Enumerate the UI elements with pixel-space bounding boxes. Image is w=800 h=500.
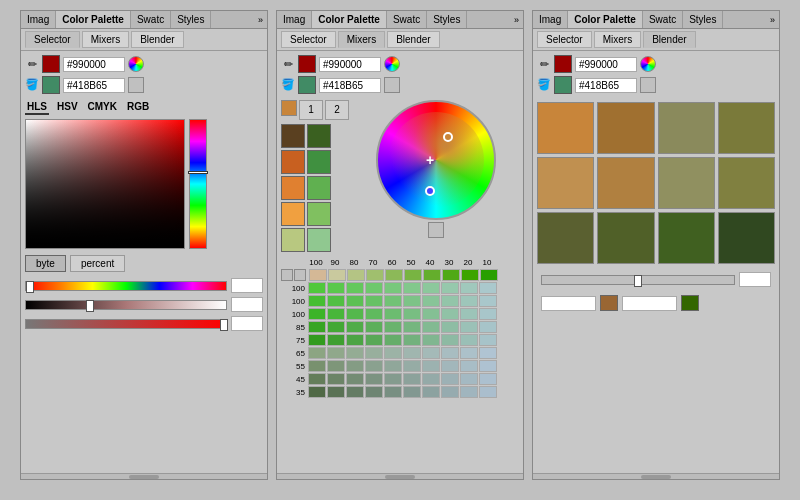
swatch-4[interactable] — [537, 157, 594, 209]
ct-cell-4-8[interactable] — [460, 334, 478, 346]
swatch-3[interactable] — [718, 102, 775, 154]
color-wheel-btn-2[interactable] — [384, 56, 400, 72]
tab-styles-3[interactable]: Styles — [683, 11, 723, 28]
subtab-mixers-2[interactable]: Mixers — [338, 31, 385, 48]
ct-cell-7-3[interactable] — [365, 373, 383, 385]
percent-btn[interactable]: percent — [70, 255, 125, 272]
ct-icon2[interactable] — [294, 269, 306, 281]
ct-cell-0-0[interactable] — [308, 282, 326, 294]
hex-input-3a[interactable] — [575, 57, 637, 72]
ct-cell-5-0[interactable] — [308, 347, 326, 359]
swatch-fg-3[interactable] — [554, 55, 572, 73]
ct-cell-0-8[interactable] — [460, 282, 478, 294]
ct-cell-7-9[interactable] — [479, 373, 497, 385]
ct-cell-4-4[interactable] — [384, 334, 402, 346]
ct-cell-3-0[interactable] — [308, 321, 326, 333]
hex-input-2[interactable] — [63, 78, 125, 93]
ct-cell-7-4[interactable] — [384, 373, 402, 385]
ct-cell-2-4[interactable] — [384, 308, 402, 320]
slider-l-thumb[interactable] — [86, 300, 94, 312]
mixer-cell-4[interactable] — [307, 150, 331, 174]
ct-cell-8-3[interactable] — [365, 386, 383, 398]
tab-colorpalette-2[interactable]: Color Palette — [312, 11, 387, 28]
ct-c7[interactable] — [442, 269, 460, 281]
ct-cell-8-0[interactable] — [308, 386, 326, 398]
mixer-grid-icon[interactable] — [281, 100, 297, 116]
swatch-color-preview-2[interactable] — [681, 295, 699, 311]
ct-cell-4-2[interactable] — [346, 334, 364, 346]
ct-cell-7-1[interactable] — [327, 373, 345, 385]
ct-cell-0-2[interactable] — [346, 282, 364, 294]
subtab-mixers-1[interactable]: Mixers — [82, 31, 129, 48]
slider-s-thumb[interactable] — [220, 319, 228, 331]
ct-cell-2-0[interactable] — [308, 308, 326, 320]
slider-s-track[interactable] — [25, 319, 227, 329]
subtab-blender-2[interactable]: Blender — [387, 31, 439, 48]
color-wheel-btn-1[interactable] — [128, 56, 144, 72]
ct-cell-2-7[interactable] — [441, 308, 459, 320]
mixer-btn-2[interactable]: 2 — [325, 100, 349, 120]
scroll-grip-2[interactable] — [385, 475, 415, 479]
slider-s-value[interactable]: 255 — [231, 316, 263, 331]
swatch-10[interactable] — [658, 212, 715, 264]
hls-tab-hls[interactable]: HLS — [25, 100, 49, 115]
ct-cell-3-4[interactable] — [384, 321, 402, 333]
ct-c5[interactable] — [404, 269, 422, 281]
swatch-7[interactable] — [718, 157, 775, 209]
ct-cell-5-3[interactable] — [365, 347, 383, 359]
hex-input-2a[interactable] — [319, 57, 381, 72]
ct-cell-1-9[interactable] — [479, 295, 497, 307]
ct-cell-8-5[interactable] — [403, 386, 421, 398]
ct-cell-6-0[interactable] — [308, 360, 326, 372]
tab-styles-1[interactable]: Styles — [171, 11, 211, 28]
ct-cell-7-6[interactable] — [422, 373, 440, 385]
slider-h-track[interactable] — [25, 281, 227, 291]
ct-cell-1-8[interactable] — [460, 295, 478, 307]
tab-colorpalette-1[interactable]: Color Palette — [56, 11, 131, 28]
ct-cell-6-7[interactable] — [441, 360, 459, 372]
slider-h-value[interactable]: 0 — [231, 278, 263, 293]
swatch-6[interactable] — [658, 157, 715, 209]
slider-l-value[interactable]: 77 — [231, 297, 263, 312]
wheel-lock-btn[interactable] — [428, 222, 444, 238]
ct-cell-2-5[interactable] — [403, 308, 421, 320]
ct-cell-2-9[interactable] — [479, 308, 497, 320]
tab-swatches-3[interactable]: Swatc — [643, 11, 683, 28]
ct-cell-2-6[interactable] — [422, 308, 440, 320]
swatch-2[interactable] — [658, 102, 715, 154]
subtab-blender-1[interactable]: Blender — [131, 31, 183, 48]
hex-extra-btn-3[interactable] — [640, 77, 656, 93]
subtab-selector-1[interactable]: Selector — [25, 31, 80, 48]
ct-cell-4-7[interactable] — [441, 334, 459, 346]
hex-extra-btn-2[interactable] — [384, 77, 400, 93]
tab-arrow-1[interactable]: » — [254, 13, 267, 27]
ct-cell-6-5[interactable] — [403, 360, 421, 372]
ct-c4[interactable] — [385, 269, 403, 281]
scroll-grip-3[interactable] — [641, 475, 671, 479]
ct-cell-6-8[interactable] — [460, 360, 478, 372]
ct-cell-0-6[interactable] — [422, 282, 440, 294]
ct-cell-4-5[interactable] — [403, 334, 421, 346]
hex-extra-btn-1[interactable] — [128, 77, 144, 93]
mixer-cell-2[interactable] — [307, 124, 331, 148]
ct-cell-8-1[interactable] — [327, 386, 345, 398]
mixer-btn-1[interactable]: 1 — [299, 100, 323, 120]
ct-cell-3-2[interactable] — [346, 321, 364, 333]
ct-cell-1-1[interactable] — [327, 295, 345, 307]
tab-image-3[interactable]: Imag — [533, 11, 568, 28]
ct-cell-5-8[interactable] — [460, 347, 478, 359]
ct-icon[interactable] — [281, 269, 293, 281]
mixer-cell-10[interactable] — [307, 228, 331, 252]
hex-input-1[interactable] — [63, 57, 125, 72]
ct-cell-3-7[interactable] — [441, 321, 459, 333]
ct-cell-4-3[interactable] — [365, 334, 383, 346]
ct-cell-2-2[interactable] — [346, 308, 364, 320]
subtab-blender-3[interactable]: Blender — [643, 31, 695, 48]
swatch-hex-input-2[interactable]: #336600 — [622, 296, 677, 311]
ct-cell-8-8[interactable] — [460, 386, 478, 398]
ct-cell-3-9[interactable] — [479, 321, 497, 333]
swatch-0[interactable] — [537, 102, 594, 154]
hex-input-2b[interactable] — [319, 78, 381, 93]
ct-cell-7-7[interactable] — [441, 373, 459, 385]
tab-swatches-1[interactable]: Swatc — [131, 11, 171, 28]
